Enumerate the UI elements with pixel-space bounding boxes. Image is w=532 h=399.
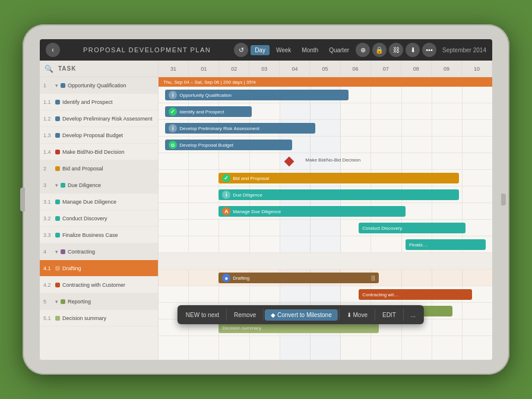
lock-button[interactable]: 🔒 <box>372 43 387 57</box>
task-name: Identify and Prospect <box>62 99 154 105</box>
task-row[interactable]: 3.3 Finalize Business Case <box>40 227 158 243</box>
task-row[interactable]: 4 ▾ Contracting <box>40 243 158 260</box>
new-to-next-button[interactable]: NEW to next <box>180 309 225 321</box>
task-name: Due Diligence <box>68 182 154 188</box>
gantt-body[interactable]: i Opportunity Qualification ✓ Identify a… <box>159 87 492 360</box>
gantt-bar[interactable]: G Develop Proposal Budget <box>165 140 292 150</box>
task-color-dot <box>55 133 60 138</box>
bar-icon: A <box>222 207 230 216</box>
task-color-dot <box>61 183 65 188</box>
gantt-row: A Manage Due Diligence <box>159 203 492 220</box>
ctx-divider <box>403 309 404 321</box>
more-button[interactable]: ••• <box>422 43 436 57</box>
gantt-row: Conduct Discovery <box>159 220 492 236</box>
share-button[interactable]: ⊕ <box>356 43 370 57</box>
download-button[interactable]: ⬇ <box>406 43 420 57</box>
month-label: September 2014 <box>442 47 486 53</box>
task-row[interactable]: 3.1 Manage Due Diligence <box>40 194 158 210</box>
task-row[interactable]: 3.2 Conduct Discovery <box>40 210 158 227</box>
task-name: Decision summary <box>62 315 154 321</box>
task-num: 1.2 <box>43 116 55 122</box>
bar-label: Opportunity Qualification <box>179 93 232 98</box>
more-options-label: ... <box>411 312 416 318</box>
ctx-divider <box>339 309 340 321</box>
task-row[interactable]: 1.1 Identify and Prospect <box>40 94 158 110</box>
convert-milestone-button[interactable]: ◆ Convert to Milestone <box>265 309 337 321</box>
task-num: 1.4 <box>43 149 55 155</box>
gantt-bar[interactable]: ✓ Identify and Prospect <box>165 106 252 117</box>
ctx-divider <box>263 309 264 321</box>
task-row[interactable]: 5 ▾ Reporting <box>40 293 158 310</box>
gantt-row: Finaliz… <box>159 236 492 253</box>
task-row[interactable]: 1 ▾ Opportunity Qualification <box>40 77 158 94</box>
gantt-row-selected[interactable]: ● Drafting ||| <box>159 270 492 286</box>
task-sidebar: 🔍 TASK 1 ▾ Opportunity Qualification 1.1 <box>40 61 159 360</box>
remove-label: Remove <box>234 312 256 318</box>
task-row[interactable]: 2 Bid and Proposal <box>40 160 158 177</box>
task-num: 1.1 <box>43 99 55 105</box>
task-row[interactable]: 1.2 Develop Preliminary Risk Assessment <box>40 110 158 127</box>
gantt-col: 04 <box>280 61 310 77</box>
view-week-button[interactable]: Week <box>272 45 295 55</box>
task-color-dot <box>55 233 60 238</box>
gantt-col: 31 <box>159 61 189 77</box>
gantt-bar[interactable]: A Manage Due Diligence <box>218 206 406 217</box>
date-range-text: Thu, Sep 04 – Sat, Sep 06 | 200 days | 3… <box>163 80 256 85</box>
task-column-label: TASK <box>58 65 76 72</box>
view-day-button[interactable]: Day <box>251 45 270 55</box>
task-color-dot <box>61 299 65 304</box>
bar-icon: G <box>169 141 177 149</box>
gantt-row: i Opportunity Qualification <box>159 87 492 103</box>
back-button[interactable]: ‹ <box>46 43 60 57</box>
task-name: Drafting <box>62 265 154 271</box>
context-menu: NEW to next Remove ◆ Convert to Mileston… <box>178 305 424 324</box>
tablet-frame: ‹ PROPOSAL DEVELOPMENT PLAN ↺ Day Week M… <box>23 24 509 375</box>
gantt-columns: 31 01 02 03 04 05 06 07 08 09 10 <box>159 61 492 77</box>
bar-label: Drafting <box>233 276 249 281</box>
task-name: Develop Proposal Budget <box>62 132 154 138</box>
gantt-row: i Due Diligence <box>159 186 492 203</box>
task-row[interactable]: 4.1 Drafting <box>40 260 158 277</box>
task-list[interactable]: 1 ▾ Opportunity Qualification 1.1 Identi… <box>40 77 158 360</box>
edit-button[interactable]: EDIT <box>376 309 402 321</box>
link-button[interactable]: ⛓ <box>389 43 403 57</box>
gantt-bar[interactable]: i Develop Preliminary Risk Assessment <box>165 123 315 134</box>
gantt-row: i Develop Preliminary Risk Assessment <box>159 120 492 137</box>
gantt-bar[interactable]: Finaliz… <box>406 239 486 250</box>
gantt-bar[interactable]: i Opportunity Qualification <box>165 90 349 100</box>
view-quarter-button[interactable]: Quarter <box>325 45 353 55</box>
expand-icon: ▾ <box>55 249 58 255</box>
remove-button[interactable]: Remove <box>228 309 262 321</box>
expand-icon: ▾ <box>55 182 58 188</box>
sidebar-header: 🔍 TASK <box>40 61 158 77</box>
bar-icon: ✓ <box>222 174 230 182</box>
expand-icon: ▾ <box>55 83 58 88</box>
task-name: Reporting <box>68 299 154 305</box>
tablet-power-button <box>501 194 506 205</box>
task-row[interactable]: 3 ▾ Due Diligence <box>40 177 158 194</box>
view-month-button[interactable]: Month <box>297 45 322 55</box>
task-num: 3.2 <box>43 216 55 221</box>
gantt-bar[interactable]: i Due Diligence <box>218 189 459 200</box>
bar-label: Decision summary <box>222 325 261 331</box>
bar-label: Manage Due Diligence <box>233 209 281 214</box>
task-row[interactable]: 5.1 Decision summary <box>40 310 158 327</box>
gantt-bar[interactable]: ✓ Bid and Proposal <box>218 173 459 183</box>
bar-icon: i <box>169 91 177 99</box>
gantt-header: 31 01 02 03 04 05 06 07 08 09 10 <box>159 61 492 77</box>
gantt-bar[interactable]: ● Drafting ||| <box>218 273 379 283</box>
task-row[interactable]: 1.3 Develop Proposal Budget <box>40 127 158 144</box>
refresh-button[interactable]: ↺ <box>234 43 248 57</box>
more-options-button[interactable]: ... <box>405 309 422 321</box>
task-row[interactable]: 4.2 Contracting with Customer <box>40 277 158 293</box>
task-name: Opportunity Qualification <box>68 83 154 88</box>
gantt-bar[interactable]: Conduct Discovery <box>359 223 466 233</box>
task-color-dot <box>55 166 60 171</box>
gantt-row: G Develop Proposal Budget <box>159 137 492 153</box>
gantt-row: Make Bid/No-Bid Decision <box>159 153 492 170</box>
task-row[interactable]: 1.4 Make Bid/No-Bid Decision <box>40 144 158 160</box>
gantt-bar[interactable]: Contracting wit… <box>359 289 472 300</box>
bar-label: Contracting wit… <box>362 292 398 297</box>
task-num: 5.1 <box>43 315 55 321</box>
move-button[interactable]: ⬇ Move <box>341 309 373 321</box>
